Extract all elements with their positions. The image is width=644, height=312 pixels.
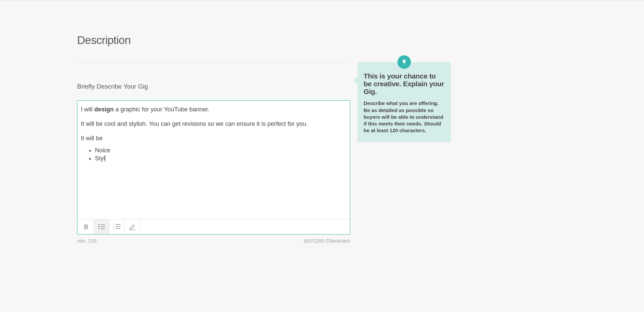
editor-paragraph: I will design a graphic for your YouTube…: [81, 105, 346, 114]
text-cursor: [105, 155, 105, 162]
editor-toolbar: B 1 2: [77, 219, 350, 234]
svg-point-4: [98, 228, 100, 229]
bold-icon: B: [84, 223, 88, 231]
tip-body: Describe what you are offering. Be as de…: [364, 100, 445, 134]
text-run: a graphic for your YouTube banner.: [114, 106, 210, 113]
svg-rect-12: [129, 229, 136, 230]
text-run: I will: [81, 106, 94, 113]
highlight-icon: [129, 223, 136, 230]
highlight-button[interactable]: [125, 219, 140, 234]
editor-bullet-list: Noice Styl: [81, 146, 346, 163]
bullet-list-button[interactable]: [94, 219, 109, 234]
svg-rect-7: [116, 224, 120, 225]
svg-rect-11: [116, 228, 120, 229]
description-section: Description Briefly Describe Your Gig I …: [77, 34, 350, 244]
numbered-list-button[interactable]: 1 2 3: [109, 219, 125, 234]
editor-paragraph: It will be: [81, 134, 346, 143]
min-chars-label: min. 120: [77, 238, 97, 244]
svg-rect-9: [116, 226, 120, 227]
tip-panel: This is your chance to be creative. Expl…: [358, 62, 451, 142]
field-label: Briefly Describe Your Gig: [77, 83, 350, 90]
svg-text:3: 3: [113, 228, 115, 230]
numbered-list-icon: 1 2 3: [113, 224, 121, 230]
char-counter: 162/1200 Characters: [303, 238, 350, 244]
section-heading: Description: [77, 34, 350, 63]
list-item: Noice: [95, 146, 346, 154]
svg-rect-5: [101, 228, 105, 229]
editor-paragraph: It will be cool and stylish. You can get…: [81, 120, 346, 128]
svg-rect-3: [101, 226, 105, 227]
bold-text: design: [94, 106, 114, 113]
svg-rect-1: [101, 224, 105, 225]
svg-point-2: [98, 226, 100, 227]
svg-point-0: [98, 224, 100, 225]
tip-title: This is your chance to be creative. Expl…: [364, 72, 445, 95]
tip-badge: [397, 55, 411, 69]
bullet-list-icon: [98, 224, 105, 230]
editor-textarea[interactable]: I will design a graphic for your YouTube…: [77, 101, 350, 219]
bold-button[interactable]: B: [78, 219, 94, 234]
list-item: Styl: [95, 154, 346, 162]
lightbulb-icon: [401, 58, 407, 66]
editor-helper-row: min. 120 162/1200 Characters: [77, 238, 350, 244]
description-editor: I will design a graphic for your YouTube…: [77, 100, 350, 235]
